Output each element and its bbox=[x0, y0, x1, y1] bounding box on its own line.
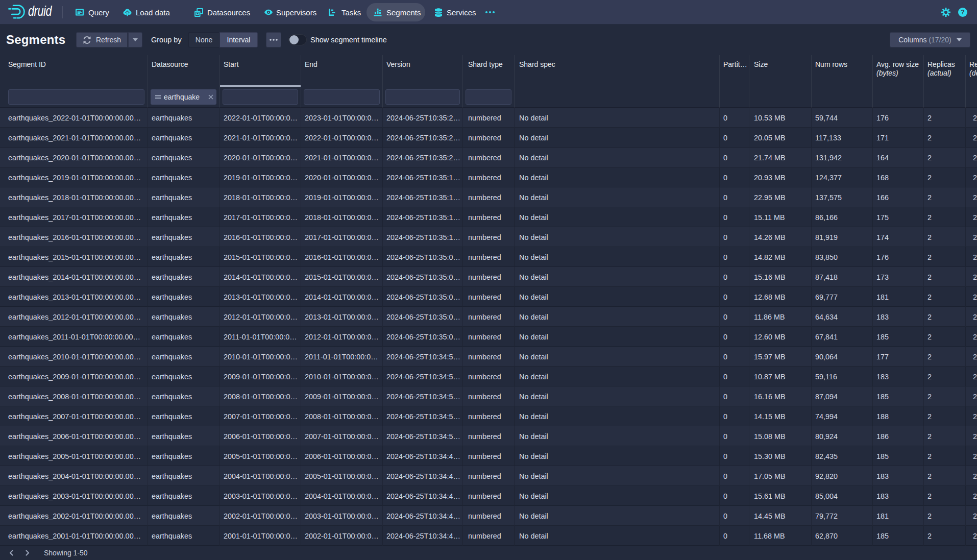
svg-text:?: ? bbox=[961, 9, 965, 16]
